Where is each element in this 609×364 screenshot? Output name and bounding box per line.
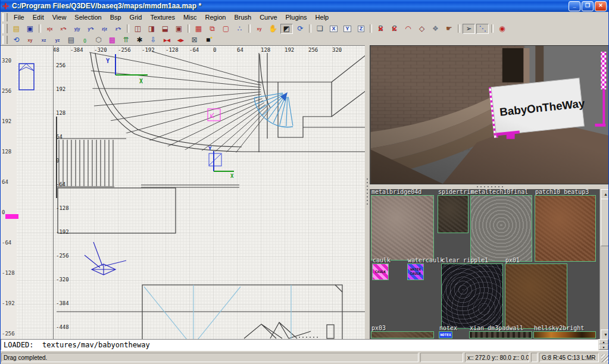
popup-menus-button[interactable]: ❏ xyxy=(314,24,326,34)
rotate-view-button[interactable]: ⟲ xyxy=(10,35,23,45)
titlebar[interactable]: ✛ C:/Program Files/Q3DEV/baseq3/maps/mmd… xyxy=(1,0,608,12)
texture-metalbridge04d[interactable] xyxy=(371,195,434,261)
spin-up-button[interactable]: ▲ xyxy=(599,339,608,344)
texture-patch10_beatup3[interactable] xyxy=(535,195,596,262)
texture-view-button[interactable]: ◩ xyxy=(280,24,293,34)
cap-outward-button[interactable]: ◀▶ xyxy=(174,35,187,45)
cone-tool-button[interactable]: ⬡ xyxy=(92,35,105,45)
console-output[interactable]: LOADED: textures/mav/babyontheway xyxy=(1,339,598,350)
vertex-mode-button[interactable]: ∴ xyxy=(233,24,246,34)
menu-plugins[interactable]: Plugins xyxy=(282,12,311,22)
texture-hellsky2bright[interactable] xyxy=(533,331,596,338)
drop-entity-button[interactable]: ⇩ xyxy=(147,35,160,45)
terrain-tool-button[interactable]: ⇈ xyxy=(120,35,132,45)
open-button[interactable]: ▤ xyxy=(10,24,23,34)
brush-entities-off-icon: B xyxy=(378,25,383,32)
z-axis-strip[interactable]: 320256192128640-64-128-192-256 xyxy=(1,45,53,340)
texture-browser[interactable]: metalbridge04dspidertrimmetaltech10final… xyxy=(370,189,599,339)
select-complete-tall-button[interactable]: ◫ xyxy=(132,24,144,34)
texture-xian_dm3padwall[interactable] xyxy=(469,331,532,338)
select-touching-button[interactable]: ◨ xyxy=(145,24,158,34)
vertical-splitter[interactable] xyxy=(365,45,370,339)
menu-region[interactable]: Region xyxy=(201,12,230,22)
menu-file[interactable]: File xyxy=(10,12,29,22)
csg-subtract-button[interactable]: ▦ xyxy=(192,24,205,34)
curve-simple-button[interactable]: ◠ xyxy=(402,24,414,34)
texture-px01[interactable] xyxy=(505,263,567,329)
view-splitter-grip[interactable] xyxy=(292,337,319,338)
caulk-tool-button[interactable]: ▩ xyxy=(106,35,118,45)
no-clip-button[interactable]: ⊠ xyxy=(188,35,201,45)
make-hollow-button[interactable]: ▢ xyxy=(220,24,232,34)
texture-px03[interactable] xyxy=(371,331,434,338)
x-window-button[interactable]: X xyxy=(327,24,340,34)
menu-bsp[interactable]: Bsp xyxy=(106,12,126,22)
camera-3d-view[interactable]: BabyOnTheWay xyxy=(370,45,609,184)
resize-grip[interactable] xyxy=(601,354,609,362)
model-tool-button[interactable]: ✱ xyxy=(133,35,146,45)
curve-tool-button[interactable]: () xyxy=(79,35,91,45)
toolbar2-grip[interactable] xyxy=(2,36,8,44)
menu-textures[interactable]: Textures xyxy=(146,12,179,22)
select-partial-tall-button[interactable]: ⬓ xyxy=(159,24,171,34)
select-inside-button[interactable]: ▣ xyxy=(173,24,185,34)
horizontal-splitter[interactable] xyxy=(370,184,609,189)
rotate-x-button[interactable]: x↷ xyxy=(57,24,70,34)
toolbar1-grip[interactable] xyxy=(2,24,8,33)
menu-brush[interactable]: Brush xyxy=(230,12,255,22)
scale-mode-button[interactable]: ⋱ xyxy=(476,24,489,34)
cap-inward-button[interactable]: ▶◀ xyxy=(161,35,173,45)
texture-label: px03 xyxy=(371,325,386,331)
restore-button[interactable]: ❐ xyxy=(582,1,594,11)
spin-down-button[interactable]: ▼ xyxy=(599,344,608,350)
flip-z-button[interactable]: z|z xyxy=(98,24,111,34)
csg-merge-button[interactable]: ⧉ xyxy=(206,24,218,34)
flip-x-button[interactable]: x|x xyxy=(43,24,56,34)
texture-scrollbar[interactable]: ▲ ▼ xyxy=(599,189,609,339)
cubic-clip-off-button[interactable]: C✕ xyxy=(388,24,401,34)
texture-metaltech10final[interactable] xyxy=(470,195,532,262)
menubar-grip[interactable] xyxy=(2,13,8,21)
toolbar-separator xyxy=(127,24,129,33)
xy-view-button[interactable]: xy xyxy=(24,35,36,45)
texture-spidertrim[interactable] xyxy=(438,195,469,233)
save-button[interactable]: ▣ xyxy=(24,24,36,34)
texture-caulk[interactable]: CAULK xyxy=(372,263,389,280)
xy-map-view[interactable]: Y X Y X -448-384-320-256-192-128-6406412… xyxy=(53,45,365,339)
hand-select-button[interactable]: ☛ xyxy=(443,24,455,34)
z-window-button[interactable]: Z xyxy=(355,24,367,34)
texture-clear_ripple1[interactable] xyxy=(441,263,503,329)
menu-edit[interactable]: Edit xyxy=(29,12,48,22)
texture-notex[interactable]: NOTEX xyxy=(439,331,452,338)
select-mode-button[interactable]: ➢ xyxy=(463,24,475,34)
scroll-down-button[interactable]: ▼ xyxy=(601,330,609,340)
change-views-button[interactable]: ⟳ xyxy=(294,24,307,34)
rotate-z-button[interactable]: z↷ xyxy=(112,24,124,34)
xz-view-button[interactable]: xz xyxy=(38,35,50,45)
menu-help[interactable]: Help xyxy=(311,12,333,22)
menu-misc[interactable]: Misc xyxy=(179,12,201,22)
scroll-up-button[interactable]: ▲ xyxy=(601,189,609,199)
curve-cap-button[interactable]: ◇ xyxy=(416,24,428,34)
minimize-button[interactable]: _ xyxy=(569,1,580,11)
menu-view[interactable]: View xyxy=(48,12,71,22)
menu-grid[interactable]: Grid xyxy=(126,12,146,22)
z-entity-marker[interactable] xyxy=(5,214,18,219)
close-button[interactable]: ✕ xyxy=(595,1,607,11)
scroll-thumb[interactable] xyxy=(601,199,609,246)
brush-entities-off-button[interactable]: B✕ xyxy=(374,24,387,34)
rotate-y-button[interactable]: y↷ xyxy=(85,24,97,34)
camera-button[interactable]: ■✦ xyxy=(202,35,214,45)
dont-select-models-button[interactable]: ◉ xyxy=(496,24,508,34)
surface-dialog-button[interactable]: ✋ xyxy=(267,24,279,34)
y-window-icon: Y xyxy=(343,26,351,32)
menu-selection[interactable]: Selection xyxy=(70,12,105,22)
y-window-button[interactable]: Y xyxy=(341,24,354,34)
console-window-button[interactable]: ▤ xyxy=(65,35,77,45)
free-rotation-button[interactable]: ❖ xyxy=(429,24,442,34)
yz-view-button[interactable]: yz xyxy=(51,35,64,45)
texture-lock-button[interactable]: xy xyxy=(253,24,266,34)
menu-curve[interactable]: Curve xyxy=(255,12,281,22)
flip-y-button[interactable]: y|y xyxy=(71,24,83,34)
texture-watercaulk[interactable]: WATER CAULK xyxy=(407,263,424,280)
